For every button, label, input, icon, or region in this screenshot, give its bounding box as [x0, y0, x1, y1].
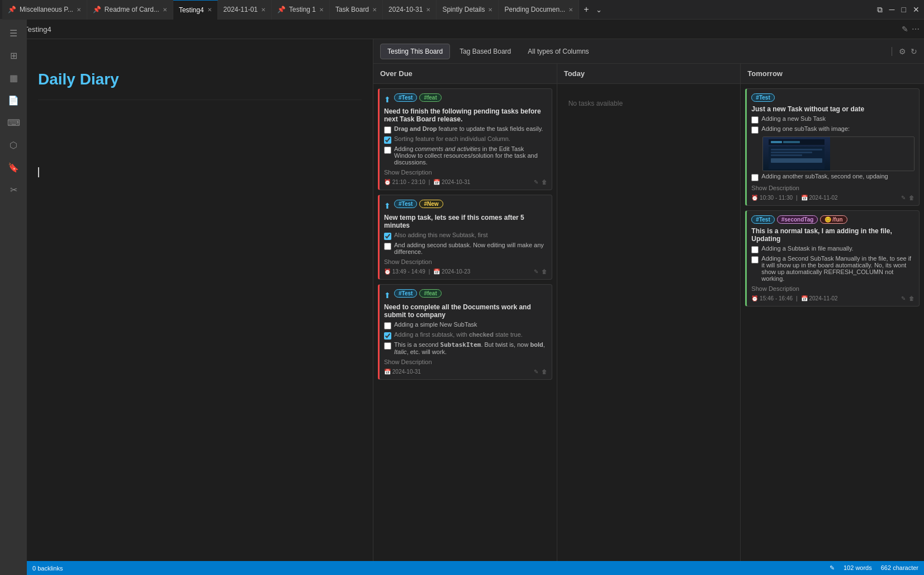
tab-task-board[interactable]: Task Board ✕: [330, 0, 383, 20]
task-footer-actions-t2: ✎ 🗑: [901, 295, 914, 301]
board-panel: Testing This Board Tag Based Board All t…: [373, 39, 924, 561]
show-description-1[interactable]: Show Description: [384, 169, 547, 176]
tag-test-2[interactable]: #Test: [394, 200, 417, 208]
char-count: 662 character: [881, 564, 918, 572]
delete-task-icon[interactable]: 🗑: [542, 179, 547, 185]
tab-2024-11-01[interactable]: 2024-11-01 ✕: [218, 0, 272, 20]
task-footer-actions-1: ✎ 🗑: [534, 179, 547, 185]
show-description-t2[interactable]: Show Description: [751, 285, 914, 292]
subtask-checkbox[interactable]: [384, 243, 391, 250]
tab-close-icon[interactable]: ✕: [261, 7, 266, 13]
card-title-t1: Just a new Task without tag or date: [751, 105, 914, 113]
subtask-checkbox[interactable]: [384, 322, 391, 329]
subtask-checkbox[interactable]: [384, 342, 391, 350]
tag-test-3[interactable]: #Test: [394, 289, 417, 298]
task-footer-2: ⏰ 13:49 - 14:49 | 📅 2024-10-23 ✎ 🗑: [384, 268, 547, 275]
new-tab-button[interactable]: +: [579, 4, 593, 15]
tag-test-t1[interactable]: #Test: [751, 93, 774, 102]
subtask-text: And adding second subtask. Now editing w…: [394, 242, 547, 255]
subtask-checkbox[interactable]: [384, 332, 391, 340]
activity-scissors-icon[interactable]: ✂: [4, 181, 22, 199]
tag-secondtag-t2[interactable]: #secondTag: [777, 215, 818, 224]
tag-test-1[interactable]: #Test: [394, 93, 417, 102]
subtask-checkbox[interactable]: [751, 116, 759, 124]
tag-test-t2[interactable]: #Test: [751, 215, 774, 224]
tab-close-icon[interactable]: ✕: [319, 7, 324, 13]
tag-new-2[interactable]: #New: [419, 200, 443, 208]
subtask-text: Adding a new Sub Task: [761, 115, 826, 122]
subtask-checkbox[interactable]: [751, 174, 759, 181]
tab-close-icon[interactable]: ✕: [163, 7, 167, 13]
subtask-checkbox[interactable]: [751, 246, 759, 253]
split-editor-icon[interactable]: ⧉: [875, 5, 885, 15]
tab-close-icon[interactable]: ✕: [568, 7, 573, 13]
subtask-checkbox[interactable]: [384, 136, 391, 144]
tab-all-types-columns[interactable]: All types of Columns: [520, 44, 596, 59]
activity-table-icon[interactable]: ▦: [4, 69, 22, 87]
activity-explorer-icon[interactable]: ☰: [4, 24, 22, 42]
board-settings-icon[interactable]: ⚙: [899, 47, 906, 56]
delete-task-icon[interactable]: 🗑: [542, 369, 547, 375]
tab-label: Miscellaneous P...: [20, 6, 73, 13]
delete-task-icon[interactable]: 🗑: [909, 195, 914, 201]
tab-close-icon[interactable]: ✕: [488, 7, 492, 13]
tab-close-icon[interactable]: ✕: [207, 7, 212, 13]
tab-label: Task Board: [335, 6, 369, 13]
activity-document-icon[interactable]: 📄: [4, 91, 22, 109]
tab-close-icon[interactable]: ✕: [77, 7, 81, 13]
edit-task-icon[interactable]: ✎: [901, 295, 906, 301]
activity-search-icon[interactable]: ⊞: [4, 46, 22, 64]
tab-testing-this-board[interactable]: Testing This Board: [380, 44, 450, 59]
subtask-checkbox[interactable]: [384, 126, 391, 134]
edit-task-icon[interactable]: ✎: [534, 179, 538, 185]
tab-close-icon[interactable]: ✕: [426, 7, 430, 13]
backlinks-count[interactable]: 0 backlinks: [32, 565, 63, 572]
subtask-checkbox[interactable]: [751, 256, 759, 263]
subtask-checkbox[interactable]: [384, 147, 391, 154]
task-card-1: ⬆ #Test #feat Need to finish the followi…: [378, 88, 552, 190]
close-window-icon[interactable]: ✕: [911, 5, 922, 14]
edit-task-icon[interactable]: ✎: [534, 268, 538, 275]
show-description-3[interactable]: Show Description: [384, 359, 547, 365]
tab-2024-10-31[interactable]: 2024-10-31 ✕: [383, 0, 437, 20]
subtask-list-t1: Adding a new Sub Task Adding one subTask…: [751, 115, 914, 181]
subtask-item: Adding another subTask, second one, upda…: [751, 173, 914, 181]
tab-miscellaneous[interactable]: 📌 Miscellaneous P... ✕: [2, 0, 87, 20]
more-options-icon[interactable]: ⋯: [912, 25, 920, 34]
maximize-icon[interactable]: □: [899, 5, 908, 14]
tab-testing4[interactable]: Testing4 ✕: [173, 0, 218, 20]
board-refresh-icon[interactable]: ↻: [911, 47, 917, 56]
tab-pending[interactable]: Pending Documen... ✕: [499, 0, 579, 20]
edit-task-icon[interactable]: ✎: [534, 369, 538, 375]
editor-panel: Daily Diary: [27, 39, 373, 575]
edit-icon[interactable]: ✎: [902, 25, 908, 34]
edit-task-icon[interactable]: ✎: [901, 195, 906, 201]
subtask-item: Adding a new Sub Task: [751, 115, 914, 124]
activity-graph-icon[interactable]: ⬡: [4, 136, 22, 154]
tab-overflow-button[interactable]: ⌄: [594, 6, 604, 14]
minimize-icon[interactable]: ─: [887, 5, 897, 14]
subtask-item: Adding comments and activities in the Ed…: [384, 145, 547, 166]
tab-label: 2024-10-31: [388, 6, 423, 13]
show-description-t1[interactable]: Show Description: [751, 185, 914, 191]
tag-feat-3[interactable]: #feat: [419, 289, 441, 298]
tab-tag-based-board[interactable]: Tag Based Board: [452, 44, 518, 59]
activity-terminal-icon[interactable]: ⌨: [4, 114, 22, 131]
subtask-checkbox[interactable]: [751, 126, 759, 134]
tab-spintly[interactable]: Spintly Details ✕: [437, 0, 499, 20]
task-date-2: 📅 2024-10-23: [433, 268, 470, 275]
delete-task-icon[interactable]: 🗑: [909, 295, 914, 301]
delete-task-icon[interactable]: 🗑: [542, 268, 547, 275]
subtask-checkbox[interactable]: [384, 233, 391, 240]
tag-feat-1[interactable]: #feat: [419, 93, 441, 102]
tab-readme[interactable]: 📌 Readme of Card... ✕: [87, 0, 173, 20]
show-description-2[interactable]: Show Description: [384, 258, 547, 265]
tab-label: Pending Documen...: [504, 6, 565, 13]
tab-testing1[interactable]: 📌 Testing 1 ✕: [272, 0, 330, 20]
task-time-2: ⏰ 13:49 - 14:49: [384, 268, 425, 275]
column-header-overdue: Over Due: [373, 64, 557, 84]
tag-fun-t2[interactable]: 😊/fun: [820, 215, 847, 224]
tab-label: Testing4: [179, 6, 204, 14]
activity-bookmark-icon[interactable]: 🔖: [4, 158, 22, 176]
tab-close-icon[interactable]: ✕: [372, 7, 377, 13]
